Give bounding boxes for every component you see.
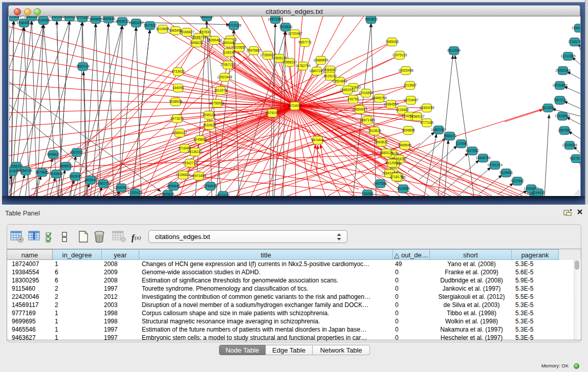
svg-text:9657771: 9657771 [298, 40, 312, 44]
svg-text:7357224: 7357224 [553, 98, 567, 102]
svg-text:6879197: 6879197 [266, 111, 279, 115]
svg-text:12923448: 12923448 [217, 75, 232, 79]
svg-text:18640910: 18640910 [114, 186, 129, 189]
svg-text:12975115: 12975115 [393, 53, 407, 57]
svg-text:15720407: 15720407 [287, 32, 302, 35]
svg-text:8322037: 8322037 [70, 150, 83, 154]
svg-text:18724007: 18724007 [287, 104, 302, 107]
svg-text:10975867: 10975867 [246, 49, 262, 52]
svg-text:3675685: 3675685 [35, 170, 49, 174]
svg-text:3624554: 3624554 [397, 187, 410, 190]
svg-text:1145194: 1145194 [222, 51, 235, 54]
svg-text:7663822: 7663822 [364, 17, 378, 21]
svg-text:10719185: 10719185 [226, 24, 242, 27]
svg-text:9699695: 9699695 [402, 128, 415, 132]
svg-text:10653257: 10653257 [128, 21, 144, 25]
svg-text:2020657: 2020657 [233, 46, 246, 49]
svg-text:8454749: 8454749 [19, 169, 32, 172]
svg-text:19218506: 19218506 [555, 114, 570, 118]
svg-text:9660124: 9660124 [76, 64, 90, 68]
svg-text:7663822: 7663822 [375, 140, 388, 144]
svg-text:16648784: 16648784 [475, 156, 491, 160]
svg-text:19384554: 19384554 [383, 102, 399, 106]
svg-text:2935114: 2935114 [202, 113, 215, 117]
svg-text:1527602: 1527602 [143, 24, 157, 27]
svg-text:8990448: 8990448 [167, 184, 180, 188]
svg-text:9827505: 9827505 [570, 157, 580, 160]
svg-text:20053346: 20053346 [555, 69, 571, 72]
svg-text:17016504: 17016504 [358, 91, 374, 95]
svg-text:18807249: 18807249 [309, 69, 324, 73]
svg-text:9465546: 9465546 [102, 17, 115, 20]
svg-text:9115460: 9115460 [396, 108, 409, 112]
svg-text:10025458: 10025458 [398, 69, 413, 72]
svg-text:9474444: 9474444 [311, 138, 324, 142]
svg-text:13524851: 13524851 [332, 79, 347, 83]
svg-text:2718176: 2718176 [568, 40, 580, 43]
svg-text:8912954: 8912954 [447, 49, 461, 52]
svg-text:10671385: 10671385 [360, 118, 375, 122]
svg-text:1612074: 1612074 [214, 89, 227, 92]
svg-text:2718176: 2718176 [390, 175, 403, 179]
svg-text:18099488: 18099488 [207, 38, 222, 42]
svg-text:18300295: 18300295 [419, 106, 434, 110]
svg-text:9346821: 9346821 [47, 152, 60, 156]
svg-text:1691448: 1691448 [222, 41, 235, 45]
svg-text:2087682: 2087682 [558, 128, 571, 132]
svg-text:9716485: 9716485 [178, 146, 191, 150]
svg-text:8498222: 8498222 [190, 41, 203, 45]
svg-text:14136141: 14136141 [187, 150, 203, 154]
svg-text:10671385: 10671385 [268, 17, 283, 21]
svg-text:11325419: 11325419 [128, 191, 143, 194]
svg-text:14569117: 14569117 [410, 115, 425, 118]
svg-text:9329966: 9329966 [499, 171, 513, 174]
svg-text:10688609: 10688609 [313, 58, 329, 62]
svg-text:116753: 116753 [347, 97, 359, 101]
svg-text:9465546: 9465546 [398, 143, 411, 147]
svg-text:1244415: 1244415 [532, 191, 545, 194]
svg-text:1615132: 1615132 [323, 74, 337, 78]
svg-text:16961758: 16961758 [96, 182, 111, 185]
svg-text:10654112: 10654112 [172, 131, 187, 135]
svg-text:19756928: 19756928 [209, 101, 225, 105]
svg-text:1733426: 1733426 [171, 70, 185, 73]
svg-text:18724007: 18724007 [403, 98, 419, 102]
svg-text:1213967: 1213967 [403, 83, 417, 87]
svg-text:19654923: 19654923 [352, 107, 367, 111]
svg-text:13226058: 13226058 [562, 143, 577, 147]
svg-text:7515526: 7515526 [279, 25, 292, 29]
svg-text:117006: 117006 [455, 142, 467, 145]
svg-text:9115460: 9115460 [37, 18, 50, 22]
svg-text:9660124: 9660124 [380, 151, 393, 155]
svg-text:2803144: 2803144 [84, 178, 97, 182]
svg-text:2867608: 2867608 [9, 169, 19, 173]
svg-text:1362635: 1362635 [69, 174, 82, 178]
svg-text:746266: 746266 [362, 192, 373, 195]
svg-text:7515526: 7515526 [368, 129, 381, 133]
svg-text:9777169: 9777169 [420, 121, 433, 124]
svg-text:19166827: 19166827 [179, 30, 194, 34]
svg-text:10807487: 10807487 [431, 128, 446, 132]
svg-text:8912954: 8912954 [385, 161, 399, 165]
svg-text:5938928: 5938928 [169, 100, 182, 103]
svg-text:10046718: 10046718 [191, 35, 206, 39]
svg-text:8427552: 8427552 [466, 149, 479, 152]
svg-text:12213389: 12213389 [560, 54, 576, 58]
svg-text:9463627: 9463627 [116, 19, 129, 23]
svg-text:15692971: 15692971 [340, 88, 355, 92]
svg-text:164095: 164095 [172, 86, 184, 90]
svg-text:6966160: 6966160 [200, 16, 213, 18]
svg-text:1621072: 1621072 [216, 193, 230, 196]
svg-text:9227342: 9227342 [511, 179, 524, 183]
svg-text:7632621: 7632621 [203, 123, 216, 127]
svg-text:14569117: 14569117 [62, 16, 77, 18]
svg-text:12342717: 12342717 [182, 161, 198, 165]
svg-text:16543362: 16543362 [572, 26, 580, 30]
svg-text:6497568: 6497568 [374, 182, 387, 185]
svg-text:18724007: 18724007 [9, 16, 21, 18]
svg-text:16782759: 16782759 [295, 64, 311, 68]
svg-text:9699695: 9699695 [89, 17, 102, 21]
svg-text:6794028: 6794028 [204, 184, 217, 188]
svg-text:7485063: 7485063 [385, 40, 399, 43]
svg-text:7986372: 7986372 [443, 134, 456, 138]
